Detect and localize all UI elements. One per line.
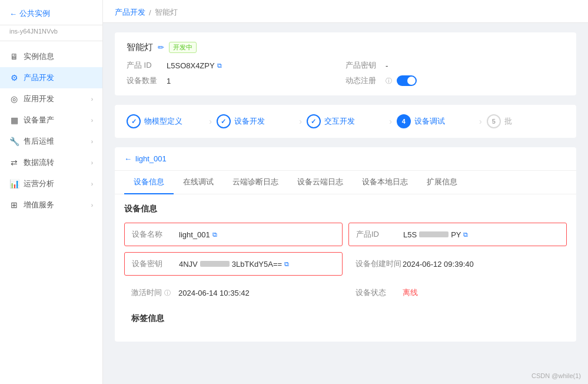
- nav-icon-product-dev: ⚙: [9, 73, 19, 82]
- nav-icon-after-sale: 🔧: [9, 137, 19, 146]
- activate-time-info-icon[interactable]: ⓘ: [164, 289, 171, 296]
- sidebar-nav: 🖥 实例信息 ⚙ 产品开发 ◎ 应用开发 ›▦ 设备量产 ›🔧 售后运维 ›⇄ …: [0, 41, 102, 384]
- tab-device-local-log[interactable]: 设备本地日志: [353, 171, 417, 194]
- step-circle-device-dev: ✓: [217, 114, 231, 128]
- chevron-icon-ops-analysis: ›: [91, 181, 93, 187]
- breadcrumb-item-product-dev[interactable]: 产品开发: [115, 7, 145, 18]
- step-model-def[interactable]: ✓ 物模型定义: [127, 114, 204, 128]
- device-count-value: 1: [167, 77, 171, 85]
- device-back-label: light_001: [135, 154, 167, 163]
- sidebar-back-label: 公共实例: [19, 8, 50, 19]
- tag-section: 标签信息: [124, 313, 567, 324]
- breadcrumb-item-smart-light: 智能灯: [155, 7, 178, 18]
- product-id-row: 产品 ID L5SO8X4ZPY ⧉: [127, 60, 346, 71]
- device-product-id-label: 产品ID: [356, 229, 403, 240]
- step-arrow-3: ›: [389, 117, 392, 126]
- product-name: 智能灯: [127, 42, 153, 53]
- sidebar-item-instance-info[interactable]: 🖥 实例信息: [0, 46, 102, 67]
- instance-id: ins-y64JN1NVvb: [0, 25, 102, 41]
- sidebar-item-value-service[interactable]: ⊞ 增值服务 ›: [0, 194, 102, 216]
- create-time-item: 设备创建时间 2024-06-12 09:39:40: [348, 252, 567, 276]
- step-arrow-2: ›: [299, 117, 302, 126]
- edit-icon[interactable]: ✏: [158, 43, 164, 52]
- tab-device-info[interactable]: 设备信息: [124, 171, 174, 194]
- step-label-batch: 批: [504, 116, 512, 127]
- step-device-dev[interactable]: ✓ 设备开发: [217, 114, 294, 128]
- device-name-item: 设备名称 light_001 ⧉: [124, 223, 343, 246]
- device-back-button[interactable]: ← light_001: [115, 147, 576, 171]
- device-name-label: 设备名称: [132, 229, 179, 240]
- chevron-icon-data-flow: ›: [91, 160, 93, 166]
- sidebar-item-app-dev[interactable]: ◎ 应用开发 ›: [0, 88, 102, 110]
- chevron-icon-app-dev: ›: [91, 96, 93, 102]
- activate-time-label: 激活时间 ⓘ: [131, 287, 178, 298]
- step-circle-batch: 5: [487, 114, 501, 128]
- sidebar-item-device-mass[interactable]: ▦ 设备量产 ›: [0, 110, 102, 131]
- step-label-interactive-dev: 交互开发: [324, 116, 355, 127]
- product-id-copy-icon[interactable]: ⧉: [217, 62, 222, 69]
- step-arrow-1: ›: [209, 117, 212, 126]
- device-key-masked: [200, 261, 230, 267]
- device-status-item: 设备状态 离线: [348, 282, 567, 304]
- chevron-icon-value-service: ›: [91, 202, 93, 208]
- dynamic-reg-info-icon[interactable]: ⓘ: [386, 77, 392, 85]
- sidebar-item-after-sale[interactable]: 🔧 售后运维 ›: [0, 131, 102, 152]
- sidebar-item-data-flow[interactable]: ⇄ 数据流转 ›: [0, 152, 102, 173]
- product-id-copy-icon-2[interactable]: ⧉: [463, 231, 468, 239]
- tab-device-cloud-log[interactable]: 设备云端日志: [288, 171, 353, 194]
- nav-icon-value-service: ⊞: [9, 200, 19, 210]
- breadcrumb: 产品开发 / 智能灯: [115, 7, 576, 18]
- product-title-row: 智能灯 ✏ 开发中: [127, 42, 564, 53]
- tab-cloud-diag[interactable]: 云端诊断日志: [223, 171, 288, 194]
- content-area: 智能灯 ✏ 开发中 产品 ID L5SO8X4ZPY ⧉ 产品密钥 - 设备数: [103, 23, 588, 384]
- step-label-device-dev: 设备开发: [234, 116, 265, 127]
- nav-label-value-service: 增值服务: [24, 200, 54, 210]
- product-id-value: L5SO8X4ZPY ⧉: [167, 61, 222, 70]
- sidebar: ← 公共实例 ins-y64JN1NVvb 🖥 实例信息 ⚙ 产品开发 ◎ 应用…: [0, 0, 103, 384]
- step-label-device-debug: 设备调试: [414, 116, 445, 127]
- product-id-masked: [419, 231, 449, 237]
- sidebar-item-product-dev[interactable]: ⚙ 产品开发: [0, 67, 102, 88]
- tab-online-debug[interactable]: 在线调试: [174, 171, 223, 194]
- sidebar-back-button[interactable]: ← 公共实例: [9, 8, 50, 19]
- tag-section-title: 标签信息: [131, 313, 560, 324]
- device-status-label: 设备状态: [356, 287, 403, 298]
- step-batch[interactable]: 5 批: [487, 114, 564, 128]
- device-key-label: 设备密钥: [132, 259, 179, 269]
- device-key-copy-icon[interactable]: ⧉: [284, 260, 289, 268]
- device-name-copy-icon[interactable]: ⧉: [212, 231, 217, 239]
- device-key-value: 4NJV 3LbTKdY5A== ⧉: [179, 260, 289, 269]
- nav-label-instance-info: 实例信息: [24, 51, 54, 62]
- step-label-model-def: 物模型定义: [144, 116, 182, 127]
- nav-label-product-dev: 产品开发: [24, 72, 54, 83]
- product-status-badge: 开发中: [169, 42, 197, 53]
- nav-icon-app-dev: ◎: [9, 94, 19, 104]
- nav-label-ops-analysis: 运营分析: [24, 178, 54, 189]
- activate-time-item: 激活时间 ⓘ 2024-06-14 10:35:42: [124, 282, 343, 304]
- nav-icon-device-mass: ▦: [9, 115, 19, 125]
- device-tabs: 设备信息 在线调试 云端诊断日志 设备云端日志 设备本地日志 扩展信息: [115, 171, 576, 194]
- device-info-content: 设备信息 设备名称 light_001 ⧉ 产品ID: [115, 194, 576, 342]
- chevron-icon-device-mass: ›: [91, 117, 93, 124]
- nav-icon-instance-info: 🖥: [9, 52, 19, 61]
- back-arrow-icon: ←: [9, 9, 17, 18]
- device-info-section-title: 设备信息: [124, 204, 567, 214]
- device-info-grid: 设备名称 light_001 ⧉ 产品ID L5S PY ⧉: [124, 223, 567, 304]
- dynamic-reg-label: 动态注册: [346, 75, 381, 86]
- device-back-arrow-icon: ←: [124, 154, 132, 163]
- dynamic-reg-toggle-switch[interactable]: [397, 75, 417, 86]
- nav-icon-ops-analysis: 📊: [9, 179, 19, 188]
- tab-extend-info[interactable]: 扩展信息: [417, 171, 467, 194]
- sidebar-item-ops-analysis[interactable]: 📊 运营分析 ›: [0, 173, 102, 194]
- device-status-value: 离线: [403, 287, 418, 298]
- steps-bar: ✓ 物模型定义 › ✓ 设备开发 › ✓ 交互开发 › 4 设备调试 › 5 批: [115, 105, 576, 138]
- step-interactive-dev[interactable]: ✓ 交互开发: [307, 114, 384, 128]
- activate-time-value: 2024-06-14 10:35:42: [178, 289, 250, 297]
- nav-icon-data-flow: ⇄: [9, 158, 19, 167]
- product-meta: 产品 ID L5SO8X4ZPY ⧉ 产品密钥 - 设备数量 1 动态注册 ⓘ: [127, 60, 564, 86]
- product-card: 智能灯 ✏ 开发中 产品 ID L5SO8X4ZPY ⧉ 产品密钥 - 设备数: [115, 32, 576, 95]
- step-device-debug[interactable]: 4 设备调试: [397, 114, 474, 128]
- device-product-id-value: L5S PY ⧉: [403, 230, 468, 239]
- nav-label-app-dev: 应用开发: [24, 94, 54, 104]
- product-id-label: 产品 ID: [127, 60, 162, 71]
